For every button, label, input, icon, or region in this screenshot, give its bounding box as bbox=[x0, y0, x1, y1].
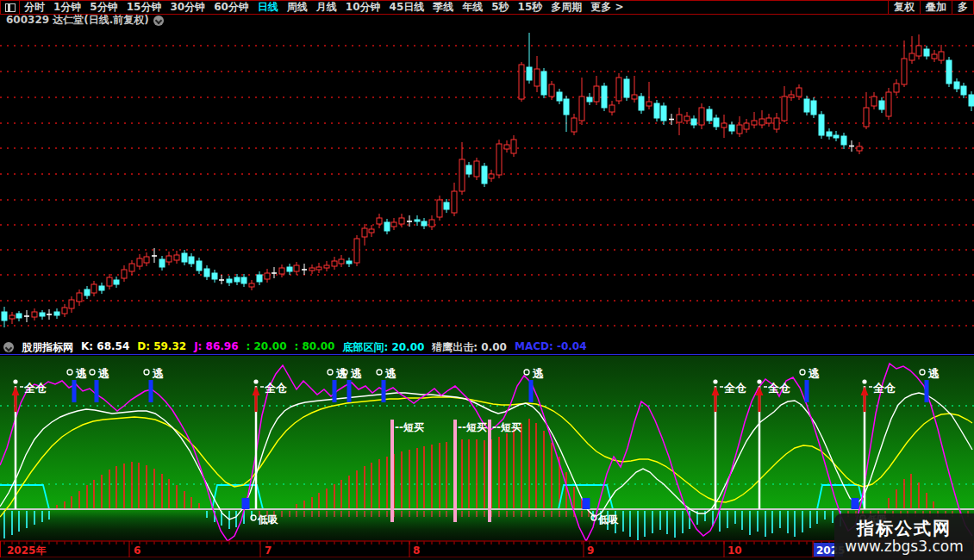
toolbar-button-叠加[interactable]: 叠加 bbox=[920, 1, 952, 14]
svg-text:逃: 逃 bbox=[335, 367, 347, 380]
indicator-field: 底部区间: 20.00 bbox=[342, 340, 424, 355]
svg-text:逃: 逃 bbox=[384, 367, 396, 380]
axis-label: 9 bbox=[587, 544, 594, 557]
indicator-field: MACD: -0.04 bbox=[515, 340, 587, 355]
collapse-chevron-icon[interactable] bbox=[3, 342, 14, 352]
indicator-panel: 全仓全仓全仓全仓全仓逃逃逃逃逃逃逃逃逃--短买--短买--短买低吸低吸低吸202… bbox=[0, 356, 974, 560]
svg-text:全仓: 全仓 bbox=[723, 382, 746, 395]
axis-label: 10 bbox=[727, 544, 742, 557]
svg-text:全仓: 全仓 bbox=[23, 382, 47, 395]
svg-text:逃: 逃 bbox=[152, 367, 164, 380]
svg-text:低吸: 低吸 bbox=[597, 513, 619, 526]
indicator-header: 股朋指标网 K: 68.54D: 59.32J: 86.96: 20.00: 8… bbox=[0, 340, 974, 355]
period-tab-list: 分时1分钟5分钟15分钟30分钟60分钟日线周线月线10分钟45日线季线年线5秒… bbox=[20, 0, 888, 15]
period-tab-更多 >[interactable]: 更多 > bbox=[586, 0, 627, 15]
svg-text:全仓: 全仓 bbox=[264, 382, 287, 395]
indicator-field: D: 59.32 bbox=[137, 340, 186, 355]
date-axis: 2025年6789102025 bbox=[1, 541, 974, 557]
trading-app-window: { "toolbar": { "items": ["分时","1分钟","5分钟… bbox=[0, 0, 974, 560]
period-tab-10分钟[interactable]: 10分钟 bbox=[341, 0, 385, 15]
indicator-field: 猎鹰出击: 0.00 bbox=[432, 340, 507, 355]
period-tab-日线[interactable]: 日线 bbox=[253, 0, 283, 15]
candles-layer bbox=[2, 33, 974, 327]
gridlines bbox=[0, 46, 974, 326]
period-tab-年线[interactable]: 年线 bbox=[458, 0, 487, 15]
window-layout-button[interactable] bbox=[1, 1, 20, 14]
svg-text:逃: 逃 bbox=[808, 367, 820, 380]
toolbar-button-复权[interactable]: 复权 bbox=[888, 1, 920, 14]
indicator-name: 股朋指标网 bbox=[22, 340, 73, 355]
svg-text:逃: 逃 bbox=[350, 367, 362, 380]
candlestick-chart bbox=[0, 25, 974, 339]
axis-label: 7 bbox=[265, 544, 272, 557]
watermark-url: www.zbgs3.com bbox=[845, 538, 963, 555]
toolbar-right-buttons: 复权叠加多 bbox=[888, 1, 973, 14]
svg-text:逃: 逃 bbox=[97, 367, 109, 380]
period-tab-周线[interactable]: 周线 bbox=[283, 0, 312, 15]
indicator-field: J: 86.96 bbox=[194, 340, 238, 355]
toolbar-button-多[interactable]: 多 bbox=[952, 1, 973, 14]
svg-text:--短买: --短买 bbox=[492, 421, 521, 433]
svg-text:低吸: 低吸 bbox=[257, 513, 278, 526]
indicator-field: K: 68.54 bbox=[81, 340, 129, 355]
svg-text:逃: 逃 bbox=[532, 367, 544, 380]
period-tab-15秒[interactable]: 15秒 bbox=[514, 0, 547, 15]
axis-label: 8 bbox=[413, 544, 420, 557]
period-tab-45日线[interactable]: 45日线 bbox=[385, 0, 429, 15]
axis-label: 2025年 bbox=[7, 544, 46, 557]
svg-text:--短买: --短买 bbox=[395, 421, 424, 433]
period-tab-5秒[interactable]: 5秒 bbox=[487, 0, 513, 15]
axis-label: 6 bbox=[134, 544, 140, 557]
svg-text:全仓: 全仓 bbox=[872, 382, 896, 395]
svg-text:逃: 逃 bbox=[75, 367, 87, 380]
period-tab-60分钟[interactable]: 60分钟 bbox=[209, 0, 253, 15]
svg-text:--短买: --短买 bbox=[458, 421, 487, 433]
indicator-fields: K: 68.54D: 59.32J: 86.96: 20.00: 80.00底部… bbox=[81, 340, 587, 355]
period-tab-多周期[interactable]: 多周期 bbox=[546, 0, 586, 15]
indicator-field: : 80.00 bbox=[294, 340, 334, 355]
period-tab-季线[interactable]: 季线 bbox=[428, 0, 458, 15]
stock-title-row[interactable]: 600329 达仁堂(日线.前复权) bbox=[0, 16, 974, 25]
indicator-field: : 20.00 bbox=[247, 340, 287, 355]
svg-text:逃: 逃 bbox=[927, 367, 940, 380]
svg-text:全仓: 全仓 bbox=[767, 382, 790, 395]
window-layout-icon bbox=[5, 3, 16, 12]
period-tab-月线[interactable]: 月线 bbox=[312, 0, 341, 15]
chevron-down-icon[interactable] bbox=[153, 16, 164, 26]
period-tab-30分钟[interactable]: 30分钟 bbox=[165, 0, 209, 15]
watermark-title: 指标公式网 bbox=[857, 519, 952, 538]
watermark: 指标公式网 www.zbgs3.com bbox=[834, 513, 974, 560]
